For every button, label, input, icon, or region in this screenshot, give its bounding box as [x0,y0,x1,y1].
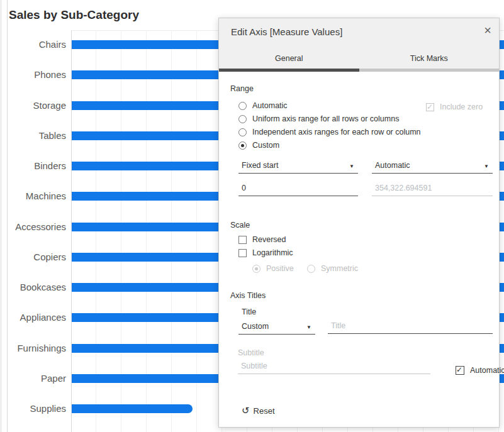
category-label-bookcases: Bookcases [0,282,66,293]
reversed-box-icon [238,236,247,244]
logarithmic-label: Logarithmic [252,248,293,257]
reset-button-label: Reset [254,406,275,416]
log-option-symmetric: Symmetric [307,263,358,274]
radio-icon [238,115,247,123]
reversed-checkbox[interactable]: Reversed [238,235,286,244]
radio-icon [238,102,247,110]
category-label-phones: Phones [0,69,66,80]
title-mode-dropdown[interactable]: Custom ▼ [238,319,315,335]
subtitle-input [238,360,430,374]
category-label-accessories: Accessories [0,221,66,233]
include-zero-label: Include zero [440,102,483,111]
dialog-tabs: General Tick Marks [219,51,499,69]
include-zero-checkbox: Include zero [426,102,483,111]
logarithmic-checkbox[interactable]: Logarithmic [238,248,293,257]
dialog-body: Range AutomaticUniform axis range for al… [219,72,499,427]
category-label-tables: Tables [0,130,66,141]
reset-icon: ↺ [242,406,250,416]
radio-label: Custom [252,141,279,150]
subtitle-label: Subtitle [238,348,264,357]
title-input[interactable] [328,320,493,334]
category-label-chairs: Chairs [0,39,66,50]
dialog-header: Edit Axis [Measure Values] × General Tic… [219,18,499,69]
end-mode-dropdown[interactable]: Automatic ▼ [372,158,493,174]
tab-tick-marks[interactable]: Tick Marks [359,51,500,69]
reset-button[interactable]: ↺ Reset [242,406,275,416]
fixed-start-input[interactable] [238,182,358,196]
category-label-machines: Machines [0,191,66,202]
start-mode-value: Fixed start [242,161,278,170]
tableau-worksheet: Sales by Sub-Category ChairsPhonesStorag… [0,0,504,432]
radio-icon [252,265,260,273]
logarithmic-box-icon [238,249,247,257]
range-option-uniform-axis-range-for-all-rows-or-columns[interactable]: Uniform axis range for all rows or colum… [238,114,399,124]
radio-label: Uniform axis range for all rows or colum… [252,114,399,123]
log-option-positive: Positive [252,263,294,274]
category-label-paper: Paper [0,373,66,384]
end-mode-value: Automatic [375,161,410,170]
include-zero-box-icon [426,103,434,111]
range-option-custom[interactable]: Custom [238,140,279,150]
automatic-box-icon [456,366,464,375]
subtitle-automatic-checkbox[interactable]: Automatic [456,366,504,375]
start-mode-dropdown[interactable]: Fixed start ▼ [238,158,358,174]
range-option-automatic[interactable]: Automatic [238,101,288,111]
chevron-down-icon: ▼ [306,324,311,331]
title-label: Title [242,307,256,316]
title-mode-value: Custom [242,322,269,331]
radio-label: Independent axis ranges for each row or … [252,128,421,136]
tab-general[interactable]: General [219,51,359,69]
radio-label: Symmetric [321,264,358,273]
bar-supplies[interactable] [72,404,193,413]
automatic-label: Automatic [470,366,504,375]
radio-label: Automatic [252,101,288,110]
category-label-supplies: Supplies [0,403,66,414]
chevron-down-icon: ▼ [484,163,489,170]
category-label-furnishings: Furnishings [0,343,66,354]
reversed-label: Reversed [252,235,286,244]
scale-heading: Scale [230,221,250,230]
range-heading: Range [230,84,254,93]
category-label-storage: Storage [0,100,66,111]
radio-label: Positive [266,264,294,273]
radio-icon [238,141,247,150]
category-label-copiers: Copiers [0,252,66,263]
edit-axis-dialog: Edit Axis [Measure Values] × General Tic… [218,18,500,428]
category-label-appliances: Appliances [0,312,66,323]
dialog-title: Edit Axis [Measure Values] [231,26,342,37]
radio-icon [307,265,315,273]
range-option-independent-axis-ranges-for-each-row-or-column[interactable]: Independent axis ranges for each row or … [238,127,421,137]
fixed-end-input [372,182,493,196]
chevron-down-icon: ▼ [349,163,354,170]
axis-titles-heading: Axis Titles [230,291,266,300]
category-label-binders: Binders [0,160,66,172]
close-icon[interactable]: × [484,23,491,37]
radio-icon [238,128,247,136]
